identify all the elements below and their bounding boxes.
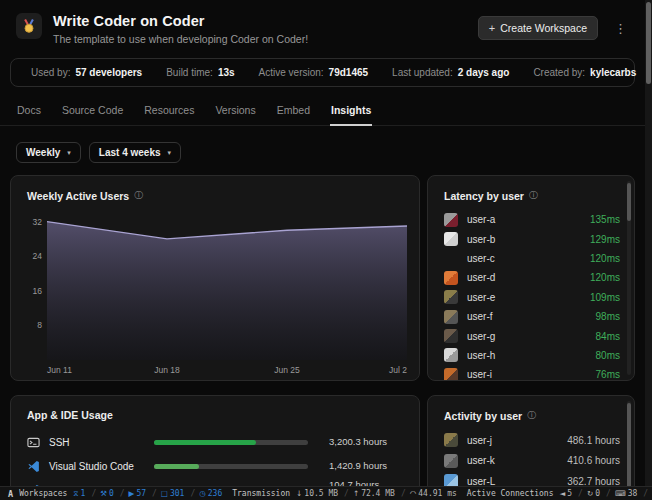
wau-x-axis: Jun 11Jun 18Jun 25Jul 2 (47, 363, 407, 377)
workspaces-stopped[interactable]: □301 (161, 489, 199, 498)
area-chart (47, 213, 407, 360)
avatar (444, 348, 458, 362)
insights-grid: Weekly Active Users ⓘ 8162432 (0, 163, 645, 486)
activity-hours: 410.6 hours (567, 455, 620, 466)
panel-title: Activity by user ⓘ (428, 396, 634, 427)
y-axis-tick: 8 (37, 320, 42, 330)
latency-value: 76ms (596, 369, 620, 380)
hourglass-icon: ⧖ (73, 490, 78, 498)
kebab-menu-icon[interactable]: ⋮ (606, 18, 635, 39)
activity-hours: 362.7 hours (567, 476, 620, 486)
tab-versions[interactable]: Versions (214, 96, 256, 125)
y-axis-tick: 24 (33, 251, 42, 261)
template-meta-bar: Used by: 57 developers Build time: 13s A… (10, 58, 635, 87)
usage-value-wrap: 3,200.3 hours (329, 436, 403, 448)
x-axis-tick: Jun 18 (154, 365, 180, 375)
y-axis-tick: 32 (33, 217, 42, 227)
chevron-down-icon: ▾ (67, 149, 71, 157)
avatar (444, 368, 458, 381)
status-bar: A Workspaces ⧖1 ⚒0 ▶57 □301 ◷236 Transmi… (0, 486, 652, 500)
list-item: user-h 80ms (444, 346, 620, 365)
list-item: user-k 410.6 hours (444, 451, 620, 472)
avatar (444, 213, 458, 227)
user-name: user-b (467, 234, 581, 245)
wau-chart: 8162432 (11, 207, 419, 360)
x-axis-tick: Jul 2 (389, 365, 407, 375)
list-item: user-b 129ms (444, 229, 620, 248)
usage-value-wrap: 104.7 hours Opened 38 times (329, 479, 403, 486)
hammer-icon: ⚒ (100, 490, 107, 498)
gauge-icon: ◠ (410, 490, 417, 498)
chart-area-fill (47, 222, 407, 360)
stop-icon: □ (161, 490, 168, 498)
scrollbar-thumb[interactable] (627, 183, 631, 221)
plus-icon: + (489, 22, 495, 34)
panel-title: Weekly Active Users ⓘ (11, 176, 419, 207)
y-axis-tick: 16 (33, 286, 42, 296)
meta-label: Used by: (31, 67, 70, 78)
scrollbar-thumb[interactable] (646, 2, 651, 84)
header-actions: + Create Workspace ⋮ (478, 16, 635, 40)
connection-counts: ◄5 ↻0 ⌨38 ▭1 (560, 489, 652, 498)
user-name: user-g (467, 331, 587, 342)
panel-scrollbar[interactable] (627, 401, 631, 486)
chevron-down-icon: ▾ (168, 149, 172, 157)
panel-title: App & IDE Usage (11, 396, 419, 426)
latency-stat: ◠44.91 ms (410, 489, 457, 498)
tab-source-code[interactable]: Source Code (61, 96, 124, 125)
panel-scrollbar[interactable] (627, 181, 631, 375)
list-item: user-d 120ms (444, 268, 620, 287)
wau-plot-area (47, 213, 407, 360)
date-range-dropdown[interactable]: Last 4 weeks ▾ (89, 142, 181, 163)
usage-hours: 3,200.3 hours (329, 436, 403, 448)
count: 301 (170, 489, 184, 498)
avatar (444, 474, 458, 486)
active-connections-label: Active Connections (467, 489, 554, 498)
value: 72.4 MB (361, 489, 395, 498)
count: 236 (208, 489, 222, 498)
keyboard-icon: ⌨ (615, 490, 626, 498)
workspaces-pending[interactable]: ⧖1 (73, 489, 100, 498)
workspaces-running[interactable]: ▶57 (129, 489, 161, 498)
vscode-icon (27, 460, 40, 473)
tab-resources[interactable]: Resources (143, 96, 195, 125)
x-axis-tick: Jun 11 (47, 365, 72, 375)
create-workspace-button[interactable]: + Create Workspace (478, 16, 598, 40)
avatar (444, 251, 458, 265)
page-scrollbar[interactable] (645, 0, 652, 486)
app-name: SSH (49, 437, 145, 448)
date-range-dropdown-value: Last 4 weeks (99, 147, 161, 158)
count: 57 (136, 489, 146, 498)
meta-value: 79d1465 (329, 67, 368, 78)
activity-title: Activity by user (444, 410, 522, 422)
user-name: user-d (467, 272, 581, 283)
download-icon: ↓ (296, 490, 302, 498)
list-item: VS Code Web 104.7 hours Opened 38 times (27, 478, 403, 486)
panel-title: Latency by user ⓘ (428, 176, 634, 207)
meta-created-by: Created by: kylecarbs (533, 67, 636, 78)
tab-embed[interactable]: Embed (276, 96, 311, 125)
workspaces-building[interactable]: ⚒0 (100, 489, 128, 498)
play-icon: ▶ (129, 490, 135, 498)
info-icon: ⓘ (529, 189, 538, 202)
tab-docs[interactable]: Docs (16, 96, 42, 125)
template-avatar (16, 13, 42, 39)
insights-filters: Weekly ▾ Last 4 weeks ▾ (0, 126, 645, 163)
tab-bar: Docs Source Code Resources Versions Embe… (0, 96, 645, 126)
workspace-counts: ⧖1 ⚒0 ▶57 □301 ◷236 (73, 489, 222, 498)
tab-insights[interactable]: Insights (330, 96, 372, 125)
avatar (444, 433, 458, 447)
info-icon: ⓘ (527, 409, 536, 422)
x-axis-tick: Jun 25 (274, 365, 300, 375)
info-icon: ⓘ (134, 189, 143, 202)
workspaces-other[interactable]: ◷236 (199, 489, 222, 498)
template-page: Write Coder on Coder The template to use… (0, 0, 645, 486)
meta-value: kylecarbs (590, 67, 636, 78)
latency-value: 84ms (596, 331, 620, 342)
download-stat: ↓10.5 MB (296, 489, 353, 498)
latency-value: 109ms (590, 292, 620, 303)
count: 0 (109, 489, 114, 498)
interval-dropdown[interactable]: Weekly ▾ (16, 142, 81, 163)
scrollbar-thumb[interactable] (627, 403, 631, 486)
activity-user-list: user-j 486.1 hours user-k 410.6 hours us… (428, 427, 634, 486)
